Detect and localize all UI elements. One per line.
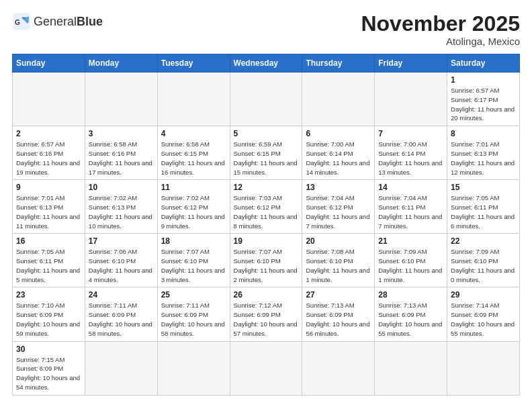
header-wednesday: Wednesday — [230, 54, 302, 73]
day-info: Sunrise: 7:11 AM Sunset: 6:09 PM Dayligh… — [89, 301, 154, 338]
calendar-page: G GeneralBlue November 2025 Atolinga, Me… — [0, 0, 532, 404]
day-number: 22 — [451, 236, 516, 246]
table-row — [375, 341, 447, 395]
calendar-week-row: 1Sunrise: 6:57 AM Sunset: 6:17 PM Daylig… — [13, 73, 520, 126]
day-info: Sunrise: 6:57 AM Sunset: 6:16 PM Dayligh… — [16, 140, 81, 177]
day-info: Sunrise: 7:02 AM Sunset: 6:12 PM Dayligh… — [161, 193, 226, 230]
table-row: 25Sunrise: 7:11 AM Sunset: 6:09 PM Dayli… — [157, 287, 230, 341]
header-saturday: Saturday — [447, 54, 520, 73]
table-row — [302, 73, 375, 126]
day-number: 6 — [306, 129, 371, 138]
day-info: Sunrise: 7:04 AM Sunset: 6:12 PM Dayligh… — [306, 193, 371, 230]
table-row: 4Sunrise: 6:58 AM Sunset: 6:15 PM Daylig… — [157, 126, 230, 180]
day-number: 18 — [161, 236, 226, 246]
table-row: 10Sunrise: 7:02 AM Sunset: 6:13 PM Dayli… — [85, 180, 157, 234]
table-row: 13Sunrise: 7:04 AM Sunset: 6:12 PM Dayli… — [302, 180, 375, 234]
table-row — [85, 73, 157, 126]
day-info: Sunrise: 7:15 AM Sunset: 6:09 PM Dayligh… — [16, 355, 81, 392]
logo: G GeneralBlue — [12, 12, 103, 31]
day-info: Sunrise: 7:14 AM Sunset: 6:09 PM Dayligh… — [451, 301, 516, 338]
location-subtitle: Atolinga, Mexico — [361, 36, 520, 47]
day-info: Sunrise: 6:59 AM Sunset: 6:15 PM Dayligh… — [234, 140, 299, 177]
table-row: 7Sunrise: 7:00 AM Sunset: 6:14 PM Daylig… — [375, 126, 447, 180]
table-row: 29Sunrise: 7:14 AM Sunset: 6:09 PM Dayli… — [447, 287, 520, 341]
table-row: 11Sunrise: 7:02 AM Sunset: 6:12 PM Dayli… — [157, 180, 230, 234]
table-row: 6Sunrise: 7:00 AM Sunset: 6:14 PM Daylig… — [302, 126, 375, 180]
day-number: 20 — [306, 236, 371, 246]
day-number: 2 — [16, 129, 81, 138]
day-number: 9 — [16, 183, 81, 192]
table-row — [230, 341, 302, 395]
calendar-week-row: 16Sunrise: 7:05 AM Sunset: 6:11 PM Dayli… — [13, 234, 520, 287]
day-info: Sunrise: 6:58 AM Sunset: 6:15 PM Dayligh… — [161, 140, 226, 177]
day-number: 16 — [16, 236, 81, 246]
table-row: 1Sunrise: 6:57 AM Sunset: 6:17 PM Daylig… — [447, 73, 520, 126]
day-number: 10 — [89, 183, 154, 192]
day-number: 8 — [451, 129, 516, 138]
month-title: November 2025 — [361, 12, 520, 36]
day-number: 1 — [451, 75, 516, 85]
table-row: 18Sunrise: 7:07 AM Sunset: 6:10 PM Dayli… — [157, 234, 230, 287]
table-row — [447, 341, 520, 395]
table-row: 9Sunrise: 7:01 AM Sunset: 6:13 PM Daylig… — [13, 180, 85, 234]
table-row — [157, 73, 230, 126]
header-sunday: Sunday — [13, 54, 85, 73]
day-number: 7 — [378, 129, 443, 138]
day-number: 21 — [378, 236, 443, 246]
day-number: 13 — [306, 183, 371, 192]
day-info: Sunrise: 7:07 AM Sunset: 6:10 PM Dayligh… — [161, 247, 226, 284]
table-row: 15Sunrise: 7:05 AM Sunset: 6:11 PM Dayli… — [447, 180, 520, 234]
day-number: 17 — [89, 236, 154, 246]
weekday-header-row: Sunday Monday Tuesday Wednesday Thursday… — [13, 54, 520, 73]
day-number: 12 — [234, 183, 299, 192]
day-number: 3 — [89, 129, 154, 138]
day-info: Sunrise: 7:02 AM Sunset: 6:13 PM Dayligh… — [89, 193, 154, 230]
header-friday: Friday — [375, 54, 447, 73]
table-row: 14Sunrise: 7:04 AM Sunset: 6:11 PM Dayli… — [375, 180, 447, 234]
logo-text: GeneralBlue — [34, 15, 103, 28]
header-tuesday: Tuesday — [157, 54, 230, 73]
calendar-week-row: 2Sunrise: 6:57 AM Sunset: 6:16 PM Daylig… — [13, 126, 520, 180]
table-row: 21Sunrise: 7:09 AM Sunset: 6:10 PM Dayli… — [375, 234, 447, 287]
day-number: 4 — [161, 129, 226, 138]
day-info: Sunrise: 7:09 AM Sunset: 6:10 PM Dayligh… — [378, 247, 443, 284]
table-row: 30Sunrise: 7:15 AM Sunset: 6:09 PM Dayli… — [13, 341, 85, 395]
day-info: Sunrise: 7:13 AM Sunset: 6:09 PM Dayligh… — [378, 301, 443, 338]
table-row: 19Sunrise: 7:07 AM Sunset: 6:10 PM Dayli… — [230, 234, 302, 287]
day-info: Sunrise: 7:03 AM Sunset: 6:12 PM Dayligh… — [234, 193, 299, 230]
day-number: 29 — [451, 290, 516, 300]
calendar-week-row: 9Sunrise: 7:01 AM Sunset: 6:13 PM Daylig… — [13, 180, 520, 234]
table-row: 23Sunrise: 7:10 AM Sunset: 6:09 PM Dayli… — [13, 287, 85, 341]
day-info: Sunrise: 7:01 AM Sunset: 6:13 PM Dayligh… — [451, 140, 516, 177]
day-info: Sunrise: 7:12 AM Sunset: 6:09 PM Dayligh… — [234, 301, 299, 338]
logo-icon: G — [12, 12, 31, 31]
table-row: 5Sunrise: 6:59 AM Sunset: 6:15 PM Daylig… — [230, 126, 302, 180]
day-info: Sunrise: 7:06 AM Sunset: 6:10 PM Dayligh… — [89, 247, 154, 284]
table-row: 24Sunrise: 7:11 AM Sunset: 6:09 PM Dayli… — [85, 287, 157, 341]
calendar-table: Sunday Monday Tuesday Wednesday Thursday… — [12, 54, 520, 395]
title-block: November 2025 Atolinga, Mexico — [361, 12, 520, 47]
table-row: 12Sunrise: 7:03 AM Sunset: 6:12 PM Dayli… — [230, 180, 302, 234]
day-number: 25 — [161, 290, 226, 300]
day-number: 28 — [378, 290, 443, 300]
table-row — [230, 73, 302, 126]
table-row: 20Sunrise: 7:08 AM Sunset: 6:10 PM Dayli… — [302, 234, 375, 287]
table-row: 16Sunrise: 7:05 AM Sunset: 6:11 PM Dayli… — [13, 234, 85, 287]
table-row: 28Sunrise: 7:13 AM Sunset: 6:09 PM Dayli… — [375, 287, 447, 341]
day-info: Sunrise: 7:08 AM Sunset: 6:10 PM Dayligh… — [306, 247, 371, 284]
table-row: 8Sunrise: 7:01 AM Sunset: 6:13 PM Daylig… — [447, 126, 520, 180]
day-number: 30 — [16, 345, 81, 354]
header-thursday: Thursday — [302, 54, 375, 73]
svg-text:G: G — [15, 19, 20, 26]
table-row: 17Sunrise: 7:06 AM Sunset: 6:10 PM Dayli… — [85, 234, 157, 287]
day-info: Sunrise: 7:09 AM Sunset: 6:10 PM Dayligh… — [451, 247, 516, 284]
day-number: 5 — [234, 129, 299, 138]
table-row: 27Sunrise: 7:13 AM Sunset: 6:09 PM Dayli… — [302, 287, 375, 341]
day-info: Sunrise: 7:01 AM Sunset: 6:13 PM Dayligh… — [16, 193, 81, 230]
table-row: 26Sunrise: 7:12 AM Sunset: 6:09 PM Dayli… — [230, 287, 302, 341]
day-number: 27 — [306, 290, 371, 300]
day-info: Sunrise: 7:04 AM Sunset: 6:11 PM Dayligh… — [378, 193, 443, 230]
day-number: 14 — [378, 183, 443, 192]
table-row — [157, 341, 230, 395]
day-info: Sunrise: 7:13 AM Sunset: 6:09 PM Dayligh… — [306, 301, 371, 338]
